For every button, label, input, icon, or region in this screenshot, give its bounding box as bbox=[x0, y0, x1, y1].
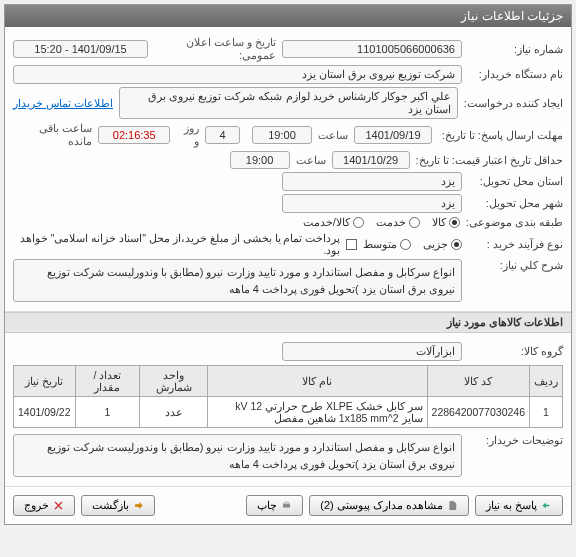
pack-opt-1[interactable]: خدمت bbox=[376, 216, 420, 229]
reply-label: مهلت ارسال پاسخ: تا تاریخ: bbox=[438, 129, 563, 142]
buyer-note-box: انواع سرکابل و مفصل استاندارد و مورد تای… bbox=[13, 434, 462, 477]
radio-icon bbox=[400, 239, 411, 250]
td-name: سر کابل خشک XLPE طرح حرارتي 12 kV سایز 1… bbox=[207, 397, 427, 428]
loc-field: یزد bbox=[282, 172, 462, 191]
pack-label: طبقه بندی موضوعی: bbox=[466, 216, 563, 229]
pub-field: 1401/09/15 - 15:20 bbox=[13, 40, 148, 58]
radio-icon bbox=[409, 217, 420, 228]
reply-date: 1401/09/19 bbox=[354, 126, 432, 144]
th-name: نام کالا bbox=[207, 366, 427, 397]
print-icon bbox=[281, 500, 292, 511]
valid-label: حداقل تاریخ اعتبار قیمت: تا تاریخ: bbox=[416, 154, 563, 167]
contact-link[interactable]: اطلاعات تماس خریدار bbox=[13, 97, 113, 110]
remaining-label: ساعت باقی مانده bbox=[13, 122, 92, 148]
desc-box: انواع سرکابل و مفصل استاندارد و مورد تای… bbox=[13, 259, 462, 302]
th-unit: واحد شمارش bbox=[140, 366, 208, 397]
td-code: 2286420077030246 bbox=[427, 397, 529, 428]
treasury-label: پرداخت تمام یا بخشی از مبلغ خرید،از محل … bbox=[13, 232, 340, 256]
city-field: یزد bbox=[282, 194, 462, 213]
th-date: تاریخ نیاز bbox=[14, 366, 76, 397]
pack-radio-group: کالا خدمت کالا/خدمت bbox=[303, 216, 460, 229]
radio-icon bbox=[353, 217, 364, 228]
items-section: گروه کالا: ابزارآلات ردیف کد کالا نام کا… bbox=[5, 333, 571, 487]
group-label: گروه کالا: bbox=[468, 345, 563, 358]
need-no-field: 1101005066000636 bbox=[282, 40, 462, 58]
attachments-button[interactable]: مشاهده مدارک پیوستی (2) bbox=[309, 495, 469, 516]
group-field: ابزارآلات bbox=[282, 342, 462, 361]
print-button[interactable]: چاپ bbox=[246, 495, 303, 516]
th-qty: تعداد / مقدار bbox=[75, 366, 139, 397]
td-date: 1401/09/22 bbox=[14, 397, 76, 428]
back-button[interactable]: بازگشت bbox=[81, 495, 155, 516]
org-field: شرکت توزیع نیروی برق استان یزد bbox=[13, 65, 462, 84]
table-header-row: ردیف کد کالا نام کالا واحد شمارش تعداد /… bbox=[14, 366, 563, 397]
attachment-icon bbox=[447, 500, 458, 511]
proc-opt-0[interactable]: جزیی bbox=[423, 238, 462, 251]
td-qty: 1 bbox=[75, 397, 139, 428]
th-idx: ردیف bbox=[530, 366, 563, 397]
treasury-checkbox[interactable] bbox=[346, 239, 357, 250]
city-label: شهر محل تحویل: bbox=[468, 197, 563, 210]
td-unit: عدد bbox=[140, 397, 208, 428]
countdown-field: 02:16:35 bbox=[98, 126, 170, 144]
time-label-1: ساعت bbox=[318, 129, 348, 142]
days-label: روز و bbox=[176, 122, 199, 148]
days-field: 4 bbox=[205, 126, 240, 144]
exit-icon bbox=[53, 500, 64, 511]
pub-label: تاریخ و ساعت اعلان عمومی: bbox=[154, 36, 276, 62]
radio-icon bbox=[449, 217, 460, 228]
button-row: پاسخ به نیاز مشاهده مدارک پیوستی (2) چاپ… bbox=[5, 487, 571, 524]
svg-rect-1 bbox=[285, 501, 289, 504]
reply-time: 19:00 bbox=[252, 126, 312, 144]
radio-icon bbox=[451, 239, 462, 250]
panel-title: جزئیات اطلاعات نیاز bbox=[5, 5, 571, 27]
details-panel: جزئیات اطلاعات نیاز شماره نیاز: 11010050… bbox=[4, 4, 572, 525]
info-section: شماره نیاز: 1101005066000636 تاریخ و ساع… bbox=[5, 27, 571, 312]
th-code: کد کالا bbox=[427, 366, 529, 397]
desc-label: شرح کلي نیاز: bbox=[468, 259, 563, 272]
items-header: اطلاعات کالاهای مورد نیاز bbox=[5, 312, 571, 333]
table-row[interactable]: 1 2286420077030246 سر کابل خشک XLPE طرح … bbox=[14, 397, 563, 428]
proc-label: نوع فرآیند خرید : bbox=[468, 238, 563, 251]
creator-field: علي اکبر جوکار کارشناس خرید لوازم شبکه ش… bbox=[119, 87, 458, 119]
loc-label: استان محل تحویل: bbox=[468, 175, 563, 188]
creator-label: ایجاد کننده درخواست: bbox=[464, 97, 563, 110]
exit-button[interactable]: خروج bbox=[13, 495, 75, 516]
td-idx: 1 bbox=[530, 397, 563, 428]
buyer-note-label: توضیحات خریدار: bbox=[468, 434, 563, 447]
reply-icon bbox=[541, 500, 552, 511]
pack-opt-0[interactable]: کالا bbox=[432, 216, 460, 229]
pack-opt-2[interactable]: کالا/خدمت bbox=[303, 216, 364, 229]
org-label: نام دستگاه خریدار: bbox=[468, 68, 563, 81]
answer-button[interactable]: پاسخ به نیاز bbox=[475, 495, 563, 516]
proc-opt-1[interactable]: متوسط bbox=[363, 238, 411, 251]
proc-radio-group: جزیی متوسط bbox=[363, 238, 462, 251]
time-label-2: ساعت bbox=[296, 154, 326, 167]
valid-date: 1401/10/29 bbox=[332, 151, 410, 169]
need-no-label: شماره نیاز: bbox=[468, 43, 563, 56]
back-icon bbox=[133, 500, 144, 511]
valid-time: 19:00 bbox=[230, 151, 290, 169]
items-table: ردیف کد کالا نام کالا واحد شمارش تعداد /… bbox=[13, 365, 563, 428]
